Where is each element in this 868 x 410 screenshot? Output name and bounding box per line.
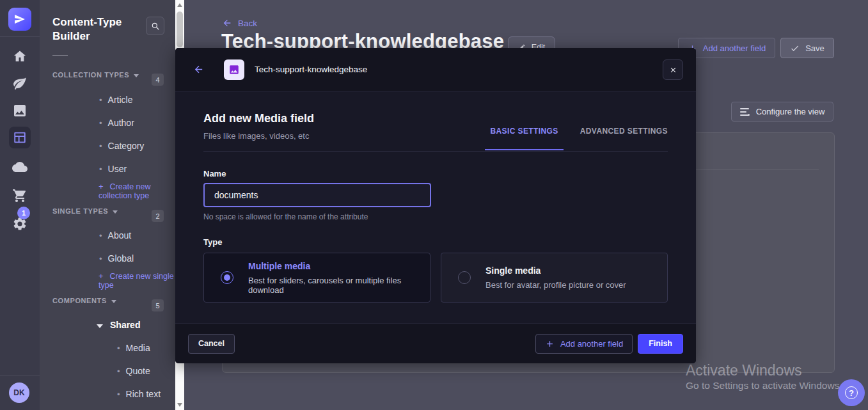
tab-basic-settings[interactable]: BASIC SETTINGS [490, 127, 558, 139]
radio-selected-icon[interactable] [221, 271, 233, 284]
collection-types-count-badge: 4 [152, 74, 164, 86]
modal-close-button[interactable] [663, 59, 683, 80]
settings-tabs: BASIC SETTINGS ADVANCED SETTINGS [490, 127, 668, 139]
sidebar-item-category[interactable]: •Category [40, 141, 144, 151]
modal-body: Add new Media field Files like images, v… [175, 91, 696, 323]
sidebar-item-article[interactable]: •Article [40, 95, 132, 105]
create-new-collection-type-link[interactable]: +Create new collection type [40, 182, 175, 200]
save-label: Save [805, 43, 825, 53]
radio-unselected-icon[interactable] [458, 271, 471, 284]
name-input[interactable] [203, 183, 431, 207]
cancel-button[interactable]: Cancel [188, 334, 235, 354]
section-label: COMPONENTS [52, 297, 107, 304]
type-field-label: Type [203, 237, 668, 247]
content-manager-feather-icon[interactable] [12, 75, 28, 91]
scrollbar-thumb[interactable] [177, 12, 183, 47]
scrollbar-down-arrow[interactable] [175, 400, 184, 410]
section-label: SINGLE TYPES [52, 207, 108, 215]
add-media-field-modal: Tech-support-knowledgebase Add new Media… [175, 48, 696, 363]
bullet-icon: • [99, 95, 102, 105]
single-types-count-badge: 2 [152, 210, 164, 222]
sidebar-item-user[interactable]: •User [40, 164, 127, 174]
configure-the-view-button[interactable]: Configure the view [731, 102, 833, 122]
add-another-field-label: Add another field [703, 43, 766, 53]
option-description: Best for sliders, carousels or multiple … [248, 276, 430, 295]
activate-windows-watermark: Activate Windows [686, 362, 802, 379]
sidebar-item-global[interactable]: •Global [40, 253, 134, 264]
bullet-icon: • [99, 141, 102, 151]
back-link[interactable]: Back [222, 18, 257, 28]
group-label: Shared [110, 320, 140, 330]
back-label: Back [238, 19, 257, 28]
action-label: Create new single type [99, 272, 174, 290]
component-group-shared[interactable]: Shared [40, 320, 140, 330]
marketplace-cart-icon[interactable] [12, 188, 28, 203]
section-single-types[interactable]: SINGLE TYPES [40, 207, 118, 215]
name-field-block: Name No space is allowed for the name of… [203, 169, 668, 221]
option-title: Multiple media [248, 261, 430, 271]
item-label: About [108, 230, 132, 240]
plus-icon: + [99, 271, 104, 281]
settings-notification-badge: 1 [17, 207, 30, 219]
bullet-icon: • [99, 164, 102, 174]
check-icon [790, 43, 800, 53]
search-button[interactable] [146, 17, 164, 35]
bullet-icon: • [99, 231, 102, 240]
section-collection-types[interactable]: COLLECTION TYPES [40, 71, 139, 79]
rail-divider [0, 375, 40, 375]
content-type-builder-icon[interactable] [9, 127, 31, 148]
item-label: Rich text [126, 389, 161, 399]
sidebar-divider [52, 55, 68, 56]
modal-title: Add new Media field [203, 112, 314, 125]
finish-button[interactable]: Finish [638, 334, 683, 354]
save-button[interactable]: Save [780, 38, 834, 58]
create-new-single-type-link[interactable]: +Create new single type [40, 271, 175, 290]
configure-view-label: Configure the view [756, 107, 825, 116]
media-library-icon[interactable] [12, 103, 28, 118]
picture-icon [228, 64, 240, 75]
item-label: Media [126, 343, 150, 353]
home-icon[interactable] [12, 49, 28, 64]
close-icon [669, 66, 677, 74]
scrollbar-up-arrow[interactable] [175, 0, 184, 10]
tab-advanced-settings[interactable]: ADVANCED SETTINGS [580, 127, 668, 139]
section-label: COLLECTION TYPES [52, 71, 129, 79]
modal-footer: Cancel Add another field Finish [175, 323, 696, 363]
activate-windows-subtext: Go to Settings to activate Windows. [686, 380, 842, 391]
chevron-down-icon [134, 74, 139, 77]
sidebar-item-author[interactable]: •Author [40, 118, 134, 128]
sidebar-item-rich-text[interactable]: •Rich text [40, 389, 161, 399]
plus-icon: + [99, 182, 104, 191]
sidebar-item-about[interactable]: •About [40, 230, 131, 240]
modal-content-type-title: Tech-support-knowledgebase [255, 65, 367, 74]
modal-back-button[interactable] [191, 62, 206, 77]
strapi-logo-icon[interactable] [8, 8, 31, 31]
chevron-down-icon [111, 300, 116, 303]
help-button[interactable]: ? [838, 379, 865, 406]
chevron-down-icon [113, 210, 118, 214]
item-label: Category [108, 141, 145, 151]
option-multiple-media[interactable]: Multiple media Best for sliders, carouse… [203, 253, 430, 303]
sidebar-item-quote[interactable]: •Quote [40, 366, 150, 376]
bullet-icon: • [99, 254, 102, 264]
icon-rail: 1 DK [0, 0, 40, 410]
action-label: Create new collection type [99, 182, 151, 200]
rail-divider [0, 36, 40, 37]
section-components[interactable]: COMPONENTS [40, 297, 116, 304]
add-another-field-button-modal[interactable]: Add another field [535, 334, 633, 354]
user-avatar[interactable]: DK [9, 382, 29, 403]
media-type-options: Multiple media Best for sliders, carouse… [203, 253, 668, 303]
app-window: 1 DK Content-Type Builder COLLECTION TYP… [0, 0, 868, 410]
cloud-icon[interactable] [12, 159, 28, 175]
option-description: Best for avatar, profile picture or cove… [485, 280, 626, 290]
arrow-left-icon [222, 18, 232, 28]
option-single-media[interactable]: Single media Best for avatar, profile pi… [441, 253, 668, 303]
bullet-icon: • [117, 367, 120, 376]
item-label: Article [108, 95, 133, 105]
plus-icon [545, 339, 555, 349]
sidebar-item-media[interactable]: •Media [40, 343, 150, 353]
question-mark-icon: ? [845, 386, 858, 399]
sidebar-title: Content-Type Builder [52, 15, 136, 43]
name-field-helper-text: No space is allowed for the name of the … [203, 212, 668, 221]
content-type-builder-sidebar: Content-Type Builder COLLECTION TYPES 4 … [40, 0, 175, 410]
